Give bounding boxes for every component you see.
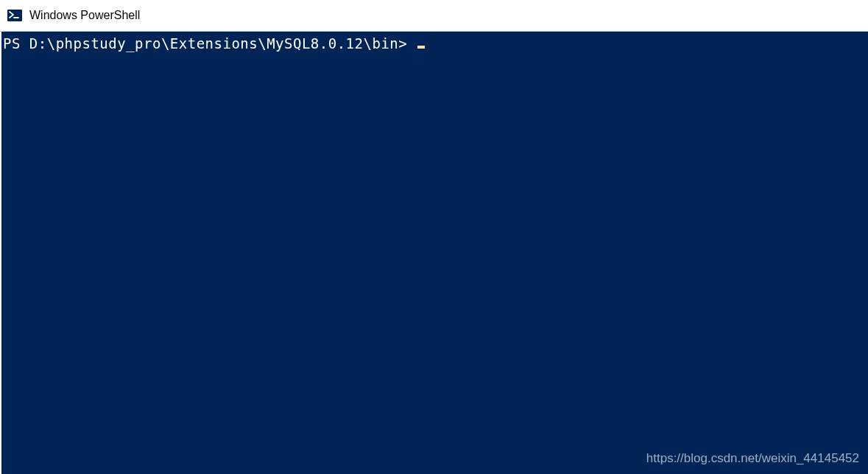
prompt-line: PS D:\phpstudy_pro\Extensions\MySQL8.0.1…: [3, 35, 867, 53]
powershell-icon: [7, 8, 22, 23]
cursor: [417, 46, 425, 49]
window-title: Windows PowerShell: [29, 9, 140, 22]
terminal-area[interactable]: PS D:\phpstudy_pro\Extensions\MySQL8.0.1…: [1, 32, 868, 474]
watermark-text: https://blog.csdn.net/weixin_44145452: [646, 450, 859, 467]
window-titlebar: Windows PowerShell: [0, 0, 868, 32]
prompt-text: PS D:\phpstudy_pro\Extensions\MySQL8.0.1…: [3, 35, 407, 53]
